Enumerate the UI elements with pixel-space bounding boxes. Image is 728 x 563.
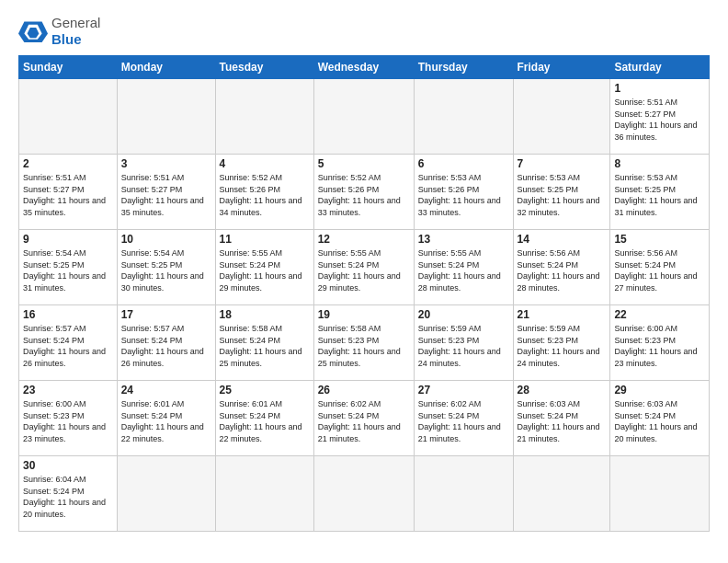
calendar-cell: 16Sunrise: 5:57 AM Sunset: 5:24 PM Dayli… [19, 305, 118, 381]
calendar-cell: 23Sunrise: 6:00 AM Sunset: 5:23 PM Dayli… [19, 381, 118, 456]
day-info: Sunrise: 6:02 AM Sunset: 5:24 PM Dayligh… [418, 398, 509, 444]
day-number: 9 [23, 233, 113, 246]
column-header-sunday: Sunday [19, 56, 118, 79]
day-info: Sunrise: 5:55 AM Sunset: 5:24 PM Dayligh… [220, 247, 310, 293]
day-number: 8 [614, 157, 705, 170]
day-info: Sunrise: 5:53 AM Sunset: 5:25 PM Dayligh… [518, 172, 607, 218]
day-number: 20 [418, 308, 509, 321]
calendar-cell: 15Sunrise: 5:56 AM Sunset: 5:24 PM Dayli… [610, 230, 710, 305]
logo: General Blue [18, 15, 100, 48]
calendar-cell: 30Sunrise: 6:04 AM Sunset: 5:24 PM Dayli… [19, 456, 118, 532]
calendar-cell: 7Sunrise: 5:53 AM Sunset: 5:25 PM Daylig… [513, 155, 610, 230]
calendar-week-0: 1Sunrise: 5:51 AM Sunset: 5:27 PM Daylig… [19, 79, 710, 155]
calendar-cell: 24Sunrise: 6:01 AM Sunset: 5:24 PM Dayli… [117, 381, 215, 456]
logo-blue: Blue [51, 31, 100, 48]
day-info: Sunrise: 5:51 AM Sunset: 5:27 PM Dayligh… [614, 97, 705, 143]
calendar-cell [117, 79, 215, 155]
calendar-cell [414, 456, 513, 532]
day-info: Sunrise: 5:59 AM Sunset: 5:23 PM Dayligh… [518, 323, 607, 369]
column-header-friday: Friday [513, 56, 610, 79]
logo-text: General Blue [51, 15, 100, 48]
calendar-week-3: 16Sunrise: 5:57 AM Sunset: 5:24 PM Dayli… [19, 305, 710, 381]
day-info: Sunrise: 5:58 AM Sunset: 5:23 PM Dayligh… [318, 323, 410, 369]
day-info: Sunrise: 5:58 AM Sunset: 5:24 PM Dayligh… [220, 323, 310, 369]
day-info: Sunrise: 5:52 AM Sunset: 5:26 PM Dayligh… [220, 172, 310, 218]
day-info: Sunrise: 6:01 AM Sunset: 5:24 PM Dayligh… [121, 398, 211, 444]
day-number: 30 [23, 459, 113, 472]
day-number: 11 [220, 233, 310, 246]
calendar-cell: 19Sunrise: 5:58 AM Sunset: 5:23 PM Dayli… [313, 305, 414, 381]
day-info: Sunrise: 5:55 AM Sunset: 5:24 PM Dayligh… [318, 247, 410, 293]
day-info: Sunrise: 6:01 AM Sunset: 5:24 PM Dayligh… [220, 398, 310, 444]
day-info: Sunrise: 5:55 AM Sunset: 5:24 PM Dayligh… [418, 247, 509, 293]
day-info: Sunrise: 5:54 AM Sunset: 5:25 PM Dayligh… [121, 247, 211, 293]
day-number: 24 [121, 384, 211, 396]
calendar-cell: 1Sunrise: 5:51 AM Sunset: 5:27 PM Daylig… [610, 79, 710, 155]
calendar-cell: 28Sunrise: 6:03 AM Sunset: 5:24 PM Dayli… [513, 381, 610, 456]
calendar-cell: 22Sunrise: 6:00 AM Sunset: 5:23 PM Dayli… [610, 305, 710, 381]
day-number: 15 [614, 233, 705, 246]
calendar-cell: 2Sunrise: 5:51 AM Sunset: 5:27 PM Daylig… [19, 155, 118, 230]
calendar-cell [313, 456, 414, 532]
calendar-cell [19, 79, 118, 155]
calendar-cell: 10Sunrise: 5:54 AM Sunset: 5:25 PM Dayli… [117, 230, 215, 305]
day-number: 1 [614, 82, 705, 95]
logo-general: General [51, 15, 100, 31]
calendar-week-4: 23Sunrise: 6:00 AM Sunset: 5:23 PM Dayli… [19, 381, 710, 456]
day-number: 21 [518, 308, 607, 321]
day-number: 4 [220, 157, 310, 170]
calendar-cell: 6Sunrise: 5:53 AM Sunset: 5:26 PM Daylig… [414, 155, 513, 230]
day-info: Sunrise: 5:51 AM Sunset: 5:27 PM Dayligh… [23, 172, 113, 218]
calendar-cell [610, 456, 710, 532]
day-info: Sunrise: 5:56 AM Sunset: 5:24 PM Dayligh… [518, 247, 607, 293]
generalblue-logo-icon [18, 18, 48, 44]
calendar-cell: 29Sunrise: 6:03 AM Sunset: 5:24 PM Dayli… [610, 381, 710, 456]
calendar-cell: 13Sunrise: 5:55 AM Sunset: 5:24 PM Dayli… [414, 230, 513, 305]
day-info: Sunrise: 6:00 AM Sunset: 5:23 PM Dayligh… [614, 323, 705, 369]
day-number: 27 [418, 384, 509, 396]
column-header-tuesday: Tuesday [215, 56, 313, 79]
day-number: 19 [318, 308, 410, 321]
calendar-cell: 26Sunrise: 6:02 AM Sunset: 5:24 PM Dayli… [313, 381, 414, 456]
day-number: 14 [518, 233, 607, 246]
day-info: Sunrise: 5:56 AM Sunset: 5:24 PM Dayligh… [614, 247, 705, 293]
calendar-table: SundayMondayTuesdayWednesdayThursdayFrid… [18, 55, 710, 532]
day-info: Sunrise: 5:53 AM Sunset: 5:26 PM Dayligh… [418, 172, 509, 218]
calendar-body: 1Sunrise: 5:51 AM Sunset: 5:27 PM Daylig… [19, 79, 710, 532]
calendar-cell: 25Sunrise: 6:01 AM Sunset: 5:24 PM Dayli… [215, 381, 313, 456]
column-header-monday: Monday [117, 56, 215, 79]
day-number: 26 [318, 384, 410, 396]
day-number: 7 [518, 157, 607, 170]
day-number: 2 [23, 157, 113, 170]
column-header-wednesday: Wednesday [313, 56, 414, 79]
calendar-cell: 11Sunrise: 5:55 AM Sunset: 5:24 PM Dayli… [215, 230, 313, 305]
calendar-cell [313, 79, 414, 155]
day-number: 13 [418, 233, 509, 246]
header-row: SundayMondayTuesdayWednesdayThursdayFrid… [19, 56, 710, 79]
day-info: Sunrise: 5:57 AM Sunset: 5:24 PM Dayligh… [23, 323, 113, 369]
day-info: Sunrise: 6:03 AM Sunset: 5:24 PM Dayligh… [614, 398, 705, 444]
day-info: Sunrise: 6:02 AM Sunset: 5:24 PM Dayligh… [318, 398, 410, 444]
calendar-cell: 20Sunrise: 5:59 AM Sunset: 5:23 PM Dayli… [414, 305, 513, 381]
day-info: Sunrise: 5:59 AM Sunset: 5:23 PM Dayligh… [418, 323, 509, 369]
calendar-cell [215, 456, 313, 532]
day-info: Sunrise: 5:51 AM Sunset: 5:27 PM Dayligh… [121, 172, 211, 218]
calendar-week-2: 9Sunrise: 5:54 AM Sunset: 5:25 PM Daylig… [19, 230, 710, 305]
calendar-cell: 4Sunrise: 5:52 AM Sunset: 5:26 PM Daylig… [215, 155, 313, 230]
calendar-cell: 8Sunrise: 5:53 AM Sunset: 5:25 PM Daylig… [610, 155, 710, 230]
calendar-week-5: 30Sunrise: 6:04 AM Sunset: 5:24 PM Dayli… [19, 456, 710, 532]
header: General Blue [18, 15, 710, 48]
day-number: 18 [220, 308, 310, 321]
calendar-cell: 18Sunrise: 5:58 AM Sunset: 5:24 PM Dayli… [215, 305, 313, 381]
day-info: Sunrise: 6:03 AM Sunset: 5:24 PM Dayligh… [518, 398, 607, 444]
day-info: Sunrise: 6:04 AM Sunset: 5:24 PM Dayligh… [23, 474, 113, 520]
day-info: Sunrise: 5:53 AM Sunset: 5:25 PM Dayligh… [614, 172, 705, 218]
day-number: 6 [418, 157, 509, 170]
calendar-cell [215, 79, 313, 155]
calendar-cell: 3Sunrise: 5:51 AM Sunset: 5:27 PM Daylig… [117, 155, 215, 230]
column-header-saturday: Saturday [610, 56, 710, 79]
day-number: 10 [121, 233, 211, 246]
day-info: Sunrise: 6:00 AM Sunset: 5:23 PM Dayligh… [23, 398, 113, 444]
day-info: Sunrise: 5:52 AM Sunset: 5:26 PM Dayligh… [318, 172, 410, 218]
calendar-week-1: 2Sunrise: 5:51 AM Sunset: 5:27 PM Daylig… [19, 155, 710, 230]
